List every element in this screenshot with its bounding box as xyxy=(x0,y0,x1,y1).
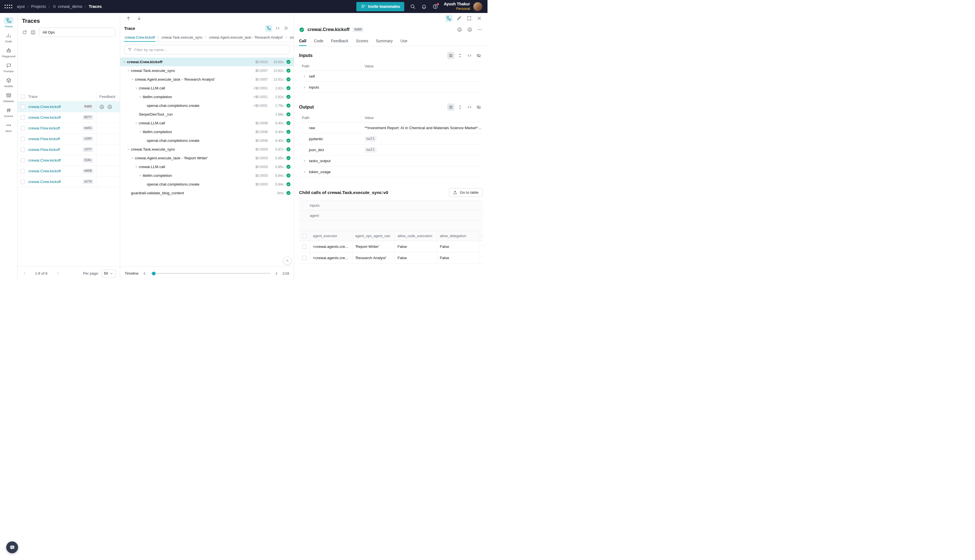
tab-code[interactable]: Code xyxy=(314,35,323,46)
breadcrumb-projects[interactable]: Projects xyxy=(31,4,46,9)
breadcrumb-entity[interactable]: ayut xyxy=(17,4,25,9)
column-header[interactable]: b xyxy=(479,231,482,241)
expand-chevron-icon[interactable] xyxy=(302,169,307,174)
trace-tree-row[interactable]: crewai.LLM.call <$0.0001 2.82s xyxy=(120,84,294,92)
trace-column-header[interactable]: Trace xyxy=(28,95,96,99)
trace-tree-row[interactable]: guardrail-validate_blog_content 0ms xyxy=(120,188,294,197)
row-checkbox[interactable] xyxy=(21,147,25,152)
frowny-reaction-icon[interactable] xyxy=(467,27,472,32)
overflow-menu-icon[interactable] xyxy=(477,27,482,32)
expand-collapse-icon[interactable] xyxy=(126,68,131,73)
trace-link[interactable]: crewai.Flow.kickoff xyxy=(28,147,60,152)
expand-collapse-icon[interactable] xyxy=(138,173,143,178)
trace-row[interactable]: crewai.Crew.kickoff a17d xyxy=(17,177,120,187)
trace-row[interactable]: crewai.Crew.kickoff e058 xyxy=(17,166,120,177)
trace-link[interactable]: crewai.Crew.kickoff xyxy=(28,169,61,173)
expand-collapse-icon[interactable] xyxy=(138,130,143,135)
sidebar-item-scorers[interactable]: Scorers xyxy=(0,105,17,119)
trace-tree-row[interactable]: openai.chat.completions.create <$0.0001 … xyxy=(120,101,294,110)
expand-chevron-icon[interactable] xyxy=(302,73,307,79)
expand-collapse-icon[interactable] xyxy=(130,77,135,82)
trace-tree-row[interactable]: crewai.Task.execute_sync $0.0003 5.87s xyxy=(120,145,294,154)
expand-chevron-icon[interactable] xyxy=(302,158,307,163)
key-value-row[interactable]: tasks_output xyxy=(299,155,482,167)
tab-scores[interactable]: Scores xyxy=(356,35,369,46)
trace-row[interactable]: crewai.Crew.kickoff 657f xyxy=(17,112,120,123)
expand-rows-icon[interactable] xyxy=(456,52,464,59)
trace-tree-row[interactable]: litellm.completion <$0.0001 2.82s xyxy=(120,92,294,101)
expand-collapse-icon[interactable] xyxy=(134,164,139,170)
trace-link[interactable]: crewai.Flow.kickoff xyxy=(28,137,60,141)
feedback-column-header[interactable]: Feedback xyxy=(96,92,120,101)
key-value-row[interactable]: self xyxy=(299,71,482,82)
timeline-slider-handle[interactable] xyxy=(152,272,156,275)
next-page-icon[interactable] xyxy=(55,271,60,276)
trace-tree-row[interactable]: crewai.LLM.call $0.0003 5.85s xyxy=(120,162,294,171)
trace-breadcrumb-tab[interactable]: crewai.Crew.kickoff xyxy=(124,33,155,42)
trace-tree-row[interactable]: crewai.Agent.execute_task - 'Research An… xyxy=(120,75,294,84)
expand-collapse-icon[interactable] xyxy=(126,147,131,152)
child-call-row[interactable]: <crewai.agents.cre...'Report Writer'Fals… xyxy=(299,241,482,252)
expand-collapse-icon[interactable] xyxy=(134,86,139,91)
sidebar-item-playground[interactable]: Playground xyxy=(0,45,17,60)
trace-tree-row[interactable]: SerperDevTool._run 1.66s xyxy=(120,110,294,119)
fullscreen-icon[interactable] xyxy=(466,15,473,22)
key-value-row[interactable]: json_dict null xyxy=(299,144,482,155)
list-view-icon[interactable] xyxy=(447,52,454,59)
code-view-icon[interactable] xyxy=(466,52,473,59)
toggle-tree-panel-icon[interactable] xyxy=(445,15,452,22)
smiley-reaction-icon[interactable] xyxy=(99,104,104,109)
list-view-icon[interactable] xyxy=(447,103,454,111)
expand-chevron-icon[interactable] xyxy=(302,85,307,90)
trace-row[interactable]: crewai.Crew.kickoff 9d89 xyxy=(17,102,120,112)
trace-link[interactable]: crewai.Crew.kickoff xyxy=(28,105,61,109)
previous-call-button[interactable] xyxy=(125,15,132,22)
sidebar-item-evals[interactable]: Evals xyxy=(0,30,17,45)
key-value-row[interactable]: token_usage xyxy=(299,167,482,177)
trace-link[interactable]: crewai.Crew.kickoff xyxy=(28,158,61,162)
sidebar-item-more[interactable]: More xyxy=(0,120,17,134)
expand-collapse-icon[interactable] xyxy=(138,95,143,100)
code-view-icon[interactable] xyxy=(274,25,281,32)
trace-link[interactable]: crewai.Flow.kickoff xyxy=(28,126,60,130)
frowny-reaction-icon[interactable] xyxy=(107,104,112,109)
column-header[interactable]: agent_executor xyxy=(310,231,352,241)
call-id-badge[interactable]: 9d89 xyxy=(353,27,364,32)
timeline-previous-icon[interactable] xyxy=(142,271,147,276)
tab-use[interactable]: Use xyxy=(400,35,407,46)
next-call-button[interactable] xyxy=(135,15,143,22)
hide-values-icon[interactable] xyxy=(475,103,482,111)
row-checkbox[interactable] xyxy=(21,137,25,141)
tree-view-icon[interactable] xyxy=(265,25,272,32)
tab-summary[interactable]: Summary xyxy=(376,35,393,46)
per-page-select[interactable]: 50 xyxy=(102,270,116,277)
sidebar-item-models[interactable]: Models xyxy=(0,75,17,89)
key-value-row[interactable]: inputs xyxy=(299,82,482,93)
edit-pencil-icon[interactable] xyxy=(455,15,462,22)
row-checkbox[interactable] xyxy=(302,245,307,249)
ops-filter-dropdown[interactable]: All Ops xyxy=(39,28,115,37)
notifications-bell-icon[interactable] xyxy=(421,4,427,9)
timeline-next-icon[interactable] xyxy=(274,271,279,276)
row-checkbox[interactable] xyxy=(21,158,25,163)
row-checkbox[interactable] xyxy=(21,169,25,173)
trace-breadcrumb-tab[interactable]: crewai.LLM.cal xyxy=(289,33,294,42)
trace-tree-row[interactable]: crewai.Agent.execute_task - 'Report Writ… xyxy=(120,154,294,162)
expand-collapse-icon[interactable] xyxy=(134,121,139,126)
refresh-icon[interactable] xyxy=(22,30,27,35)
key-value-row[interactable]: raw **Investment Report: AI in Chemical … xyxy=(299,122,482,133)
select-all-checkbox[interactable] xyxy=(21,95,25,99)
trace-tree-row[interactable]: crewai.LLM.call $0.0006 9.40s xyxy=(120,119,294,127)
invite-teammates-button[interactable]: Invite teammates xyxy=(356,2,404,11)
column-header[interactable]: allow_code_execution xyxy=(394,231,437,241)
trace-row[interactable]: crewai.Flow.kickoff eab1 xyxy=(17,123,120,134)
tab-feedback[interactable]: Feedback xyxy=(331,35,348,46)
expand-rows-icon[interactable] xyxy=(456,103,464,111)
trace-tree-row[interactable]: openai.chat.completions.create $0.0006 9… xyxy=(120,136,294,145)
trace-link[interactable]: crewai.Crew.kickoff xyxy=(28,115,61,120)
smiley-reaction-icon[interactable] xyxy=(457,27,462,32)
sidebar-item-traces[interactable]: Traces xyxy=(0,15,17,30)
trace-row[interactable]: crewai.Flow.kickoff c5ff xyxy=(17,144,120,155)
expand-collapse-icon[interactable] xyxy=(130,156,135,161)
row-checkbox[interactable] xyxy=(302,256,307,260)
